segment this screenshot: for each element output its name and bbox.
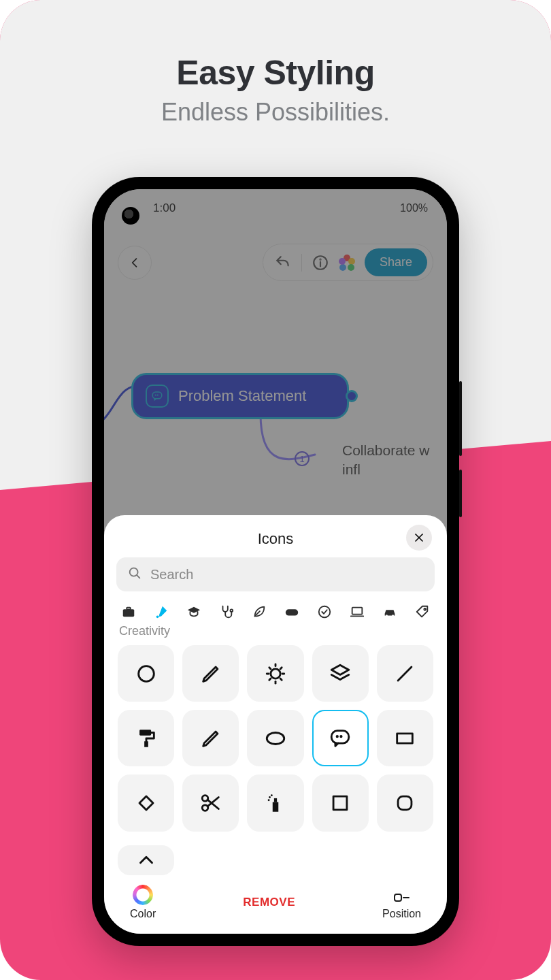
node-connector[interactable] (346, 390, 358, 402)
svg-line-30 (398, 667, 412, 681)
phone-frame: 1:00 100% (92, 177, 459, 946)
color-ring-icon (133, 885, 153, 905)
svg-rect-9 (123, 609, 135, 617)
status-bar: 1:00 100% (104, 189, 447, 227)
svg-point-44 (268, 799, 270, 801)
icon-diamond[interactable] (118, 774, 174, 831)
svg-point-19 (424, 608, 426, 610)
category-car[interactable] (380, 602, 399, 621)
marketing-subtitle: Endless Possibilities. (0, 98, 551, 127)
search-icon (127, 566, 142, 583)
svg-point-12 (231, 609, 233, 612)
icons-sheet: Icons (104, 515, 447, 934)
icon-pencil-alt[interactable] (182, 710, 239, 766)
icon-row-cutoff[interactable] (118, 845, 174, 875)
icon-rectangle-wide[interactable] (377, 710, 433, 766)
branch-node-text[interactable]: Collaborate w infl (342, 441, 429, 480)
info-icon[interactable] (312, 254, 329, 272)
svg-point-45 (271, 794, 273, 796)
svg-point-17 (386, 615, 388, 617)
icon-rounded-square[interactable] (377, 774, 433, 831)
node-label: Problem Statement (178, 387, 306, 405)
svg-line-8 (137, 575, 139, 578)
icon-layers[interactable] (312, 645, 369, 702)
flower-icon[interactable] (339, 255, 355, 271)
svg-point-33 (267, 732, 284, 744)
share-button[interactable]: Share (365, 248, 427, 276)
icon-grid (116, 642, 435, 834)
category-tag[interactable] (413, 602, 432, 621)
search-bar[interactable] (116, 557, 435, 591)
svg-rect-36 (139, 796, 153, 810)
position-icon (393, 892, 411, 905)
svg-rect-41 (273, 802, 279, 812)
category-gamepad[interactable] (282, 602, 301, 621)
back-button[interactable] (118, 246, 152, 280)
icon-spray[interactable] (247, 774, 303, 831)
category-briefcase[interactable] (119, 602, 138, 621)
icon-quote-bubble[interactable] (312, 710, 369, 766)
svg-point-3 (320, 259, 320, 259)
svg-point-11 (156, 616, 159, 619)
category-section-label: Creativity (116, 624, 435, 642)
svg-point-14 (319, 606, 331, 618)
icon-paint-roller[interactable] (118, 710, 174, 766)
icon-slash[interactable] (377, 645, 433, 702)
search-input[interactable] (150, 567, 424, 583)
mindmap-node[interactable]: Problem Statement (131, 373, 349, 419)
svg-line-29 (280, 667, 282, 668)
icon-ellipse[interactable] (247, 710, 303, 766)
close-button[interactable] (406, 525, 432, 551)
svg-point-20 (138, 666, 154, 681)
category-paint[interactable] (152, 602, 171, 621)
top-toolbar: Share (263, 244, 433, 281)
svg-line-26 (269, 667, 271, 668)
svg-line-27 (280, 679, 282, 680)
svg-rect-32 (144, 741, 148, 747)
svg-rect-46 (333, 796, 347, 810)
marketing-heading: Easy Styling Endless Possibilities. (0, 53, 551, 127)
category-laptop[interactable] (348, 602, 367, 621)
category-graduation[interactable] (184, 602, 203, 621)
branch-index-badge: 1 (295, 451, 310, 466)
svg-point-21 (271, 669, 280, 679)
svg-rect-13 (286, 609, 298, 615)
icon-circle[interactable] (118, 645, 174, 702)
color-button[interactable]: Color (130, 885, 156, 920)
category-check-circle[interactable] (315, 602, 334, 621)
svg-rect-42 (274, 798, 277, 802)
category-leaf[interactable] (250, 602, 269, 621)
svg-rect-31 (139, 730, 151, 736)
quote-bubble-icon (146, 385, 169, 408)
undo-icon[interactable] (274, 254, 292, 272)
status-time: 1:00 (153, 201, 176, 215)
svg-point-43 (269, 796, 271, 798)
svg-rect-15 (352, 608, 363, 615)
icon-square[interactable] (312, 774, 369, 831)
marketing-title: Easy Styling (0, 53, 551, 93)
home-indicator[interactable] (224, 924, 327, 927)
svg-rect-48 (395, 894, 401, 901)
remove-button[interactable]: REMOVE (243, 896, 295, 909)
category-tabs (116, 598, 435, 625)
icon-scissors[interactable] (182, 774, 239, 831)
svg-rect-47 (398, 796, 412, 810)
position-button[interactable]: Position (382, 892, 421, 920)
icon-lightbulb[interactable] (247, 645, 303, 702)
category-stethoscope[interactable] (217, 602, 236, 621)
svg-rect-35 (397, 734, 413, 743)
icon-pencil[interactable] (182, 645, 239, 702)
battery-pct: 100% (400, 202, 428, 214)
svg-line-28 (269, 679, 271, 680)
svg-point-18 (392, 615, 394, 617)
front-camera (122, 207, 139, 225)
svg-rect-10 (127, 608, 131, 610)
sheet-title: Icons (258, 530, 294, 547)
